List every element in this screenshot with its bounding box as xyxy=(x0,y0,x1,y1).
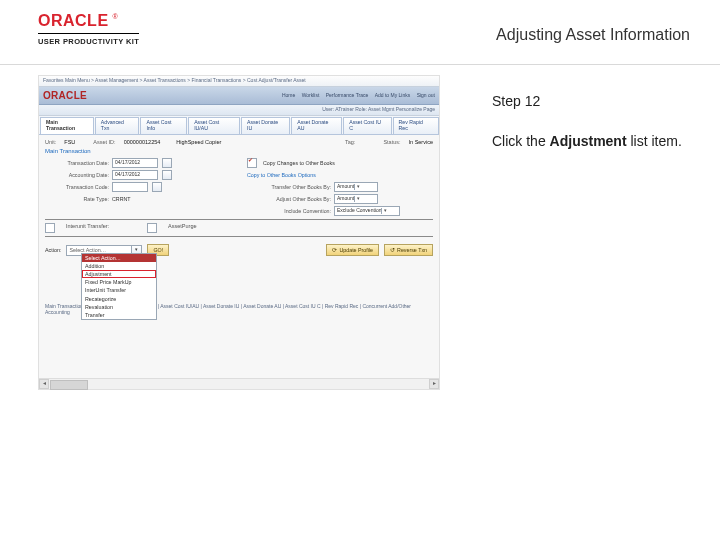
interunit-checkbox[interactable] xyxy=(45,223,55,233)
scroll-thumb[interactable] xyxy=(50,380,88,390)
unit-value: FSU xyxy=(64,139,75,145)
adjust-label: Adjust Other Books By: xyxy=(247,196,331,202)
row-trans-date: Transaction Date: 04/17/2012 xyxy=(45,158,239,168)
refresh-icon: ⟳ xyxy=(332,247,337,254)
link-worklist[interactable]: Worklist xyxy=(302,92,320,98)
chevron-down-icon[interactable]: ▾ xyxy=(354,184,362,190)
calendar-icon[interactable] xyxy=(162,158,172,168)
link-add-links[interactable]: Add to My Links xyxy=(375,92,411,98)
breadcrumb-path: Favorites Main Menu > Asset Management >… xyxy=(43,78,306,84)
horizontal-scrollbar[interactable]: ◂ ▸ xyxy=(39,378,439,389)
brand-rule xyxy=(38,33,139,34)
tab-asset-donate-au[interactable]: Asset Donate AU xyxy=(291,117,342,134)
trans-code-field[interactable] xyxy=(112,182,148,192)
link-signout[interactable]: Sign out xyxy=(417,92,435,98)
option-revaluation[interactable]: Revaluation xyxy=(82,303,156,311)
action-dropdown: Select Action… Addition Adjustment Fixed… xyxy=(81,253,157,320)
scroll-left-icon[interactable]: ◂ xyxy=(39,379,49,389)
step-label: Step 12 xyxy=(492,93,690,109)
row-rate-type: Rate Type: CRRNT xyxy=(45,194,239,204)
interunit-label: Interunit Transfer: xyxy=(66,223,109,233)
row-trans-code: Transaction Code: xyxy=(45,182,239,192)
option-adjustment[interactable]: Adjustment xyxy=(82,270,156,278)
page: ORACLE ® USER PRODUCTIVITY KIT Adjusting… xyxy=(0,0,720,540)
transfer-value: Amount xyxy=(337,184,354,190)
instruction-column: Step 12 Click the Adjustment list item. xyxy=(468,65,720,390)
include-value: Exclude Convention xyxy=(337,208,381,214)
option-interunit-transfer[interactable]: InterUnit Transfer xyxy=(82,286,156,294)
rule-2 xyxy=(45,236,433,237)
scroll-right-icon[interactable]: ▸ xyxy=(429,379,439,389)
tag-label: Tag: xyxy=(345,139,355,145)
breadcrumb-bar: Favorites Main Menu > Asset Management >… xyxy=(39,76,439,87)
copy-section-hdr: Copy to Other Books Options xyxy=(247,170,441,180)
tab-asset-cost-iuc[interactable]: Asset Cost IU C xyxy=(343,117,391,134)
option-transfer[interactable]: Transfer xyxy=(82,311,156,319)
calendar-icon-2[interactable] xyxy=(162,170,172,180)
instruction-pre: Click the xyxy=(492,133,550,149)
instruction-post: list item. xyxy=(627,133,682,149)
option-fixed-price[interactable]: Fixed Price MarkUp xyxy=(82,278,156,286)
adjust-field[interactable]: Amount ▾ xyxy=(334,194,378,204)
brand-subtitle: USER PRODUCTIVITY KIT xyxy=(38,37,139,46)
user-line: User: ATrainer Role: Asset Mgmt Personal… xyxy=(39,105,439,116)
tab-main-transaction[interactable]: Main Transaction xyxy=(40,117,94,134)
update-profile-button[interactable]: ⟳ Update Profile xyxy=(326,244,379,256)
asset-summary: Unit: FSU Asset ID: 000000012254 HighSpe… xyxy=(39,135,439,242)
tab-advanced-txn[interactable]: Advanced Txn xyxy=(95,117,140,134)
registered-mark: ® xyxy=(113,13,118,20)
row-spacer xyxy=(45,206,239,216)
action-label: Action: xyxy=(45,247,61,253)
screenshot-column: Favorites Main Menu > Asset Management >… xyxy=(0,65,468,390)
reverse-button[interactable]: ↺ Reverse Txn xyxy=(384,244,433,256)
tab-asset-cost-info[interactable]: Asset Cost Info xyxy=(140,117,187,134)
chevron-down-icon-3[interactable]: ▾ xyxy=(381,208,389,214)
page-title: Adjusting Asset Information xyxy=(496,26,690,44)
row-include-conv: Include Convention: Exclude Convention ▾ xyxy=(247,206,441,216)
chevron-down-icon-2[interactable]: ▾ xyxy=(354,196,362,202)
acctg-date-field[interactable]: 04/17/2012 xyxy=(112,170,158,180)
tab-rev-rapid-rec[interactable]: Rev Rapid Rec xyxy=(393,117,439,134)
acctg-date-label: Accounting Date: xyxy=(45,172,109,178)
status-value: In Service xyxy=(409,139,433,145)
rate-type-label: Rate Type: xyxy=(45,196,109,202)
app-top-links: Home Worklist Performance Trace Add to M… xyxy=(277,93,435,99)
option-recategorize[interactable]: Recategorize xyxy=(82,295,156,303)
include-field[interactable]: Exclude Convention ▾ xyxy=(334,206,400,216)
option-addition[interactable]: Addition xyxy=(82,262,156,270)
copy-checkbox[interactable] xyxy=(247,158,257,168)
section-header: Main Transaction xyxy=(45,148,433,155)
transfer-label: Transfer Other Books By: xyxy=(247,184,331,190)
app-logo-bar: ORACLE Home Worklist Performance Trace A… xyxy=(39,87,439,106)
rule-1 xyxy=(45,219,433,220)
asset-id-label: Asset ID: xyxy=(93,139,115,145)
form-grid: Transaction Date: 04/17/2012 Copy Change… xyxy=(45,158,433,216)
app-logo-word: ORACLE xyxy=(43,90,87,102)
trans-code-label: Transaction Code: xyxy=(45,184,109,190)
link-home[interactable]: Home xyxy=(282,92,295,98)
undo-icon: ↺ xyxy=(390,247,395,254)
status-label: Status: xyxy=(383,139,400,145)
trans-date-field[interactable]: 04/17/2012 xyxy=(112,158,158,168)
interunit-row: Interunit Transfer: AssetPurge xyxy=(45,223,433,233)
instruction-bold: Adjustment xyxy=(550,133,627,149)
unit-label: Unit: xyxy=(45,139,56,145)
dropdown-header: Select Action… xyxy=(82,254,156,262)
tab-asset-cost-iuau[interactable]: Asset Cost IU/AU xyxy=(188,117,240,134)
asset-desc: HighSpeed Copier xyxy=(176,139,221,145)
tab-strip: Main Transaction Advanced Txn Asset Cost… xyxy=(39,116,439,135)
transfer-field[interactable]: Amount ▾ xyxy=(334,182,378,192)
body: Favorites Main Menu > Asset Management >… xyxy=(0,65,720,390)
include-label: Include Convention: xyxy=(247,208,331,214)
instruction: Click the Adjustment list item. xyxy=(492,133,690,149)
header: ORACLE ® USER PRODUCTIVITY KIT Adjusting… xyxy=(0,0,720,48)
purge-checkbox[interactable] xyxy=(147,223,157,233)
row-transfer-other: Transfer Other Books By: Amount ▾ xyxy=(247,182,441,192)
trans-date-label: Transaction Date: xyxy=(45,160,109,166)
tab-asset-donate-iu[interactable]: Asset Donate IU xyxy=(241,117,290,134)
link-perf-trace[interactable]: Performance Trace xyxy=(326,92,369,98)
copy-checkbox-label: Copy Changes to Other Books xyxy=(263,160,335,166)
row-adjust-other: Adjust Other Books By: Amount ▾ xyxy=(247,194,441,204)
action-toolbar: Action: Select Action… ▾ GO! ⟳ Update Pr… xyxy=(39,242,439,258)
lookup-icon[interactable] xyxy=(152,182,162,192)
